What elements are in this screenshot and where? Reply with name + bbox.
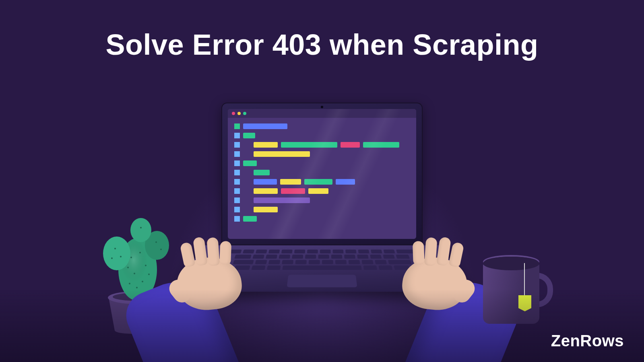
svg-point-21	[140, 227, 142, 228]
svg-point-19	[155, 241, 157, 243]
zoom-icon	[243, 112, 246, 115]
teabag-string	[524, 263, 525, 298]
svg-point-7	[130, 257, 132, 258]
mug-body	[483, 261, 539, 324]
close-icon	[232, 112, 235, 115]
svg-point-17	[120, 256, 122, 257]
mug-illustration	[483, 253, 551, 324]
minimize-icon	[237, 112, 241, 115]
svg-point-20	[160, 249, 162, 250]
window-titlebar	[228, 109, 416, 118]
code-editor-illustration	[228, 118, 416, 227]
trackpad	[287, 275, 357, 287]
brand-logo: ZenRows	[551, 332, 624, 350]
camera-dot-icon	[321, 106, 323, 108]
svg-point-16	[114, 248, 116, 249]
laptop-screen	[228, 109, 416, 239]
page-title: Solve Error 403 when Scraping	[0, 28, 644, 61]
keyboard-keys	[218, 249, 426, 270]
svg-point-6	[130, 218, 151, 242]
mug-liquid	[483, 257, 539, 270]
left-arm-illustration	[121, 265, 242, 362]
laptop-lid	[221, 103, 423, 245]
svg-point-8	[139, 252, 141, 253]
svg-point-18	[111, 257, 113, 259]
teabag-tag-icon	[518, 295, 531, 311]
